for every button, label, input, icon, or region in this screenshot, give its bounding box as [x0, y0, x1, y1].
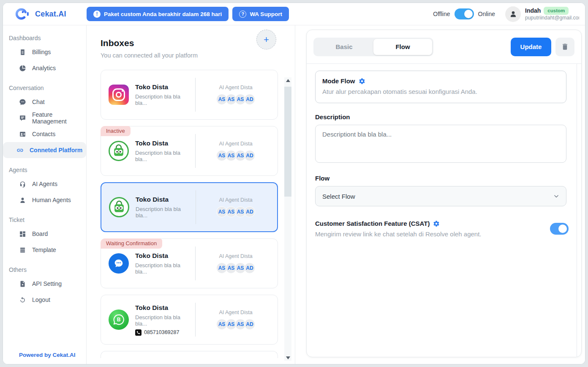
inbox-scrollbar[interactable]: [284, 77, 291, 361]
tokopedia-icon: [109, 141, 129, 161]
inbox-description: Description bla bla bla...: [135, 314, 193, 327]
pie-chart-icon: [19, 65, 26, 72]
gear-icon[interactable]: [359, 78, 365, 85]
sidebar-item-contacts[interactable]: Contacts: [3, 126, 86, 142]
csat-row: Customer Satisfaction Feature (CSAT) Men…: [315, 220, 569, 238]
sidebar-item-human-agents[interactable]: Human Agents: [3, 192, 86, 208]
scroll-down-button[interactable]: [284, 355, 291, 361]
sidebar-item-label: Analytics: [32, 65, 56, 71]
sidebar-item-label: AI Agents: [32, 181, 57, 187]
inbox-agents: AI Agent Dista AS AS AS AD: [200, 197, 271, 217]
sidebar-item-label: Contacts: [32, 131, 55, 137]
sidebar-item-ai-agents[interactable]: AI Agents: [3, 176, 86, 192]
inboxes-panel: Inboxes You can connected all your platf…: [87, 25, 295, 364]
tab-switcher: Basic Flow: [313, 38, 433, 56]
sidebar-item-feature-management[interactable]: Feature Management: [3, 110, 86, 126]
inbox-description: Description bla bla bla...: [135, 150, 193, 162]
sidebar-item-board[interactable]: Board: [3, 226, 86, 242]
inbox-name: Toko Dista: [136, 196, 194, 203]
sidebar-item-analytics[interactable]: Analytics: [3, 60, 86, 76]
detail-pane: Basic Flow Update Mode Flow Atur al: [295, 25, 585, 364]
inbox-card-text: Toko Dista Description bla bla bla... 08…: [135, 304, 193, 336]
agent-label: AI Agent Dista: [219, 253, 252, 259]
add-inbox-button[interactable]: +: [256, 30, 276, 49]
section-label-agents: Agents: [3, 167, 86, 173]
instagram-icon: [109, 85, 129, 105]
plan-banner-label: Paket custom Anda berakhir dalam 268 har…: [104, 11, 222, 17]
agent-avatar: AD: [244, 206, 255, 217]
agent-label: AI Agent Dista: [219, 197, 252, 203]
inbox-agents: AI Agent Dista AS AS AS AD: [200, 141, 272, 161]
user-avatar[interactable]: [505, 6, 521, 22]
tab-flow[interactable]: Flow: [373, 39, 432, 55]
detail-body: Mode Flow Atur alur percakapan otomatis …: [307, 64, 581, 357]
brand-name: Cekat.AI: [35, 10, 66, 19]
inbox-card-text: Toko Dista Description bla bla bla...: [135, 140, 193, 162]
inbox-agents: AI Agent Dista AS AS AS AD: [200, 309, 272, 330]
divider: [195, 134, 196, 168]
scrollbar-thumb[interactable]: [284, 87, 291, 197]
plan-banner-button[interactable]: ! Paket custom Anda berakhir dalam 268 h…: [87, 7, 229, 21]
inbox-description: Description bla bla bla...: [136, 206, 194, 219]
trash-icon: [561, 43, 569, 51]
flow-select[interactable]: Select Flow: [315, 186, 566, 206]
section-label-ticket: Ticket: [3, 216, 86, 223]
headset-icon: [19, 181, 26, 188]
inbox-card-tokopedia-selected[interactable]: Toko Dista Description bla bla bla... AI…: [101, 182, 278, 232]
description-input[interactable]: Descriptiont bla bla bla...: [315, 125, 566, 163]
inbox-agents: AI Agent Dista AS AS AS AD: [200, 85, 272, 105]
delete-button[interactable]: [555, 38, 574, 56]
gear-icon[interactable]: [433, 220, 440, 227]
cekat-logo-icon: [15, 6, 30, 22]
toggle-knob: [464, 10, 473, 18]
chat-bubble-icon: [19, 99, 26, 106]
csat-toggle[interactable]: [550, 223, 569, 235]
mode-flow-title: Mode Flow: [322, 77, 355, 85]
chevron-down-icon: [553, 193, 559, 199]
divider: [195, 78, 196, 112]
board-grid-icon: [19, 230, 26, 238]
plan-badge: custom: [544, 7, 569, 14]
alert-icon: !: [93, 11, 101, 18]
status-badge: Waiting Confirmation: [101, 238, 162, 249]
sidebar-item-template[interactable]: Template: [3, 242, 86, 258]
inbox-card-text: Toko Dista Description bla bla bla...: [135, 252, 193, 275]
person-icon: [509, 9, 518, 19]
sidebar-item-connected-platform[interactable]: Conneted Platform: [3, 142, 86, 158]
sidebar-item-billings[interactable]: Billings: [3, 44, 86, 60]
online-status-toggle[interactable]: [455, 8, 474, 19]
link-icon: [16, 147, 24, 154]
phone-icon: [135, 329, 142, 336]
sidebar-item-logout[interactable]: Logout: [3, 292, 86, 308]
offline-label: Offline: [433, 11, 450, 17]
inbox-card-whatsapp[interactable]: B Toko Dista Description bla bla bla... …: [101, 295, 278, 345]
agent-label: AI Agent Dista: [219, 141, 252, 147]
update-button[interactable]: Update: [511, 38, 551, 56]
description-label: Description: [315, 113, 581, 121]
mode-flow-box: Mode Flow Atur alur percakapan otomatis …: [315, 71, 566, 103]
svg-text:B: B: [117, 317, 121, 323]
tab-basic[interactable]: Basic: [315, 39, 373, 55]
contact-card-icon: [19, 131, 26, 138]
sidebar-item-label: Feature Management: [32, 111, 86, 125]
agent-avatar: AD: [244, 150, 255, 161]
mode-flow-subtitle: Atur alur percakapan otomatis sesuai kon…: [322, 88, 559, 95]
sidebar-item-label: Conneted Platform: [30, 147, 82, 153]
scroll-up-button[interactable]: [284, 77, 291, 83]
inbox-description: Description bla bla bla...: [135, 262, 193, 275]
agent-avatar: AD: [244, 263, 255, 274]
inbox-card-partial[interactable]: [101, 351, 278, 358]
brand: Cekat.AI: [3, 6, 87, 22]
inbox-card-livechat[interactable]: Waiting Confirmation Toko Dista Descript…: [101, 238, 278, 288]
inbox-card-tokopedia-inactive[interactable]: Inactive Toko Dista Description bla bla …: [101, 126, 278, 176]
sidebar: Dashboards Billings Analytics Conversati…: [3, 25, 87, 364]
sidebar-item-api-setting[interactable]: API Setting: [3, 276, 86, 292]
wa-support-button[interactable]: ? WA Support: [232, 7, 289, 21]
inbox-card-instagram[interactable]: Toko Dista Description bla bla bla... AI…: [101, 70, 278, 120]
sidebar-item-label: Board: [32, 230, 48, 237]
sidebar-item-chat[interactable]: Chat: [3, 94, 86, 110]
powered-by-link[interactable]: Powered by Cekat.AI: [19, 352, 76, 358]
scroll-up-icon: [286, 79, 290, 82]
section-label-dashboards: Dashboards: [3, 35, 86, 41]
topbar-right: Offline Online Indah custom puputriindah…: [433, 6, 585, 22]
